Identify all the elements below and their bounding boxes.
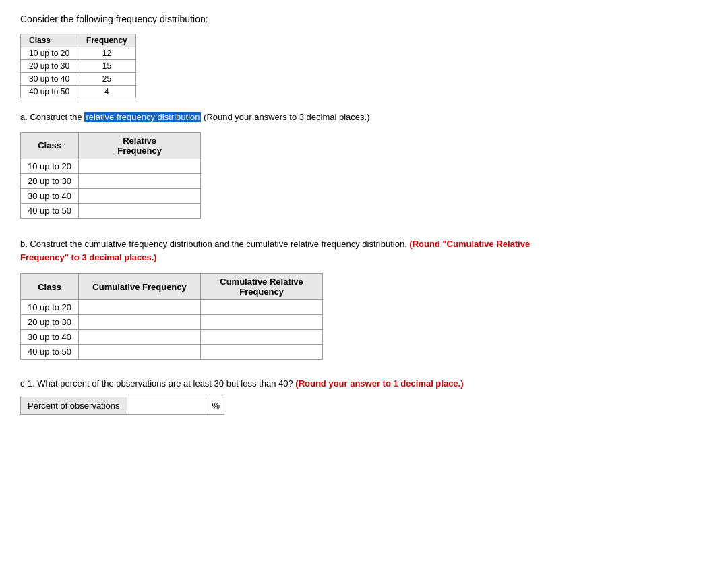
cum-class-cell: 10 up to 20 [21,300,79,315]
section-b-label: b. Construct the cumulative frequency di… [20,237,546,266]
rel-col2-header: Relative Frequency [79,132,201,159]
cum-col1-header: Class [21,274,79,300]
cum-table-row: 30 up to 40 [21,330,323,345]
cum-class-cell: 30 up to 40 [21,330,79,345]
cum-rel-freq-input-cell[interactable] [201,345,323,360]
section-a-label: a. Construct the relative frequency dist… [20,111,708,124]
freq-value-cell: 12 [78,47,136,60]
percent-input[interactable] [127,397,208,415]
section-c-label: c-1. What percent of the observations ar… [20,378,708,389]
freq-class-cell: 20 up to 30 [21,60,78,73]
cum-rel-freq-input[interactable] [201,300,322,314]
percent-label: Percent of observations [20,397,127,415]
freq-table-row: 20 up to 30 15 [21,60,136,73]
freq-table-row: 30 up to 40 25 [21,73,136,86]
cum-rel-freq-input-cell[interactable] [201,330,323,345]
rel-table-row: 30 up to 40 [21,188,201,203]
cumulative-frequency-table: Class Cumulative Frequency Cumulative Re… [20,273,323,360]
cum-freq-input[interactable] [79,315,200,329]
section-c-bold: (Round your answer to 1 decimal place.) [295,378,463,389]
rel-input-cell[interactable] [79,203,201,218]
cum-rel-freq-input-cell[interactable] [201,300,323,315]
rel-input-cell[interactable] [79,159,201,173]
freq-value-cell: 4 [78,86,136,98]
cum-rel-freq-input[interactable] [201,315,322,329]
cum-col2-header: Cumulative Frequency [79,274,201,300]
section-a-prefix: a. Construct the [20,112,84,122]
freq-table-class-header: Class [21,34,78,47]
rel-freq-input[interactable] [79,174,200,188]
cum-rel-freq-input[interactable] [201,345,322,359]
rel-col1-header: Class [21,132,79,159]
rel-table-row: 40 up to 50 [21,203,201,218]
cum-freq-input[interactable] [79,300,200,314]
rel-table-row: 10 up to 20 [21,159,201,173]
freq-class-cell: 10 up to 20 [21,47,78,60]
rel-freq-input[interactable] [79,159,200,173]
cum-freq-input[interactable] [79,330,200,344]
frequency-table: Class Frequency 10 up to 20 12 20 up to … [20,34,136,98]
freq-class-cell: 30 up to 40 [21,73,78,86]
freq-value-cell: 15 [78,60,136,73]
cum-freq-input-cell[interactable] [79,300,201,315]
section-a-suffix: (Round your answers to 3 decimal places.… [201,112,369,122]
freq-table-row: 10 up to 20 12 [21,47,136,60]
percent-sign: % [208,397,225,415]
section-b-prefix: b. Construct the cumulative frequency di… [20,239,409,249]
rel-freq-input[interactable] [79,204,200,218]
cum-rel-freq-input-cell[interactable] [201,315,323,330]
rel-class-cell: 10 up to 20 [21,159,79,173]
section-c-prefix: c-1. What percent of the observations ar… [20,378,293,389]
rel-freq-input[interactable] [79,189,200,203]
main-title: Consider the following frequency distrib… [20,13,708,24]
cum-class-cell: 40 up to 50 [21,345,79,360]
freq-table-row: 40 up to 50 4 [21,86,136,98]
cum-table-row: 40 up to 50 [21,345,323,360]
cum-freq-input-cell[interactable] [79,345,201,360]
cum-class-cell: 20 up to 30 [21,315,79,330]
rel-class-cell: 40 up to 50 [21,203,79,218]
rel-class-cell: 30 up to 40 [21,188,79,203]
freq-class-cell: 40 up to 50 [21,86,78,98]
rel-input-cell[interactable] [79,188,201,203]
section-a-highlight: relative frequency distribution [84,112,201,122]
cum-table-row: 10 up to 20 [21,300,323,315]
freq-value-cell: 25 [78,73,136,86]
freq-table-frequency-header: Frequency [78,34,136,47]
rel-table-row: 20 up to 30 [21,173,201,188]
rel-input-cell[interactable] [79,173,201,188]
percent-of-observations-row: Percent of observations % [20,397,708,415]
relative-frequency-table: Class Relative Frequency 10 up to 20 20 … [20,132,201,219]
cum-freq-input-cell[interactable] [79,330,201,345]
cum-freq-input[interactable] [79,345,200,359]
cum-freq-input-cell[interactable] [79,315,201,330]
cum-table-row: 20 up to 30 [21,315,323,330]
rel-class-cell: 20 up to 30 [21,173,79,188]
cum-rel-freq-input[interactable] [201,330,322,344]
cum-col3-header: Cumulative Relative Frequency [201,274,323,300]
